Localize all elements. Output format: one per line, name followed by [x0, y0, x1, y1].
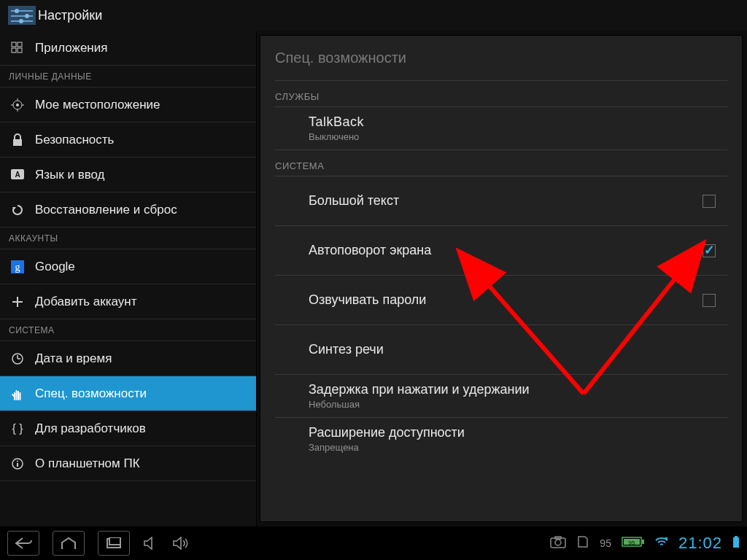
svg-text:A: A: [15, 171, 20, 179]
plus-icon: [7, 296, 28, 308]
svg-point-2: [15, 9, 19, 13]
nav-back-button[interactable]: [7, 531, 39, 556]
svg-rect-17: [13, 139, 22, 146]
sidebar-item-label: Приложения: [35, 41, 107, 55]
apps-icon: [7, 42, 28, 55]
sidebar-header-personal: ЛИЧНЫЕ ДАННЫЕ: [0, 66, 256, 88]
backup-icon: [7, 203, 28, 217]
row-talkback[interactable]: TalkBack Выключено: [275, 107, 727, 150]
svg-rect-44: [733, 537, 739, 548]
nav-recent-button[interactable]: [98, 531, 130, 556]
braces-icon: { }: [7, 422, 28, 435]
header-bar: Настройки: [0, 0, 747, 31]
svg-point-36: [555, 540, 561, 545]
section-system: СИСТЕМА: [275, 150, 727, 176]
svg-rect-45: [735, 536, 738, 537]
lock-icon: [7, 133, 28, 147]
wifi-icon: [655, 536, 668, 551]
settings-app-icon: [6, 5, 38, 26]
battery-small-icon: [732, 535, 740, 551]
sidebar-item-language[interactable]: A Язык и ввод: [0, 158, 256, 192]
sidebar-item-label: Восстановление и сброс: [35, 203, 177, 217]
svg-rect-32: [109, 537, 120, 545]
checkbox-autorotate[interactable]: [703, 244, 716, 257]
section-services: СЛУЖБЫ: [275, 81, 727, 107]
sidebar-item-security[interactable]: Безопасность: [0, 122, 256, 158]
sidebar-header-accounts: АККАУНТЫ: [0, 228, 256, 249]
header-title: Настройки: [38, 8, 102, 23]
info-icon: [7, 457, 28, 470]
language-icon: A: [7, 169, 28, 181]
sidebar-item-label: Google: [35, 260, 75, 274]
checkbox-large-text[interactable]: [703, 195, 716, 208]
sidebar-item-label: Мое местоположение: [35, 98, 160, 112]
svg-marker-33: [144, 537, 152, 549]
row-title: Расширение доступности: [309, 425, 727, 440]
row-touch-delay[interactable]: Задержка при нажатии и удержании Небольш…: [275, 375, 727, 418]
svg-rect-10: [18, 48, 22, 52]
screenshot-icon[interactable]: [550, 535, 566, 551]
sidebar-item-location[interactable]: Мое местоположение: [0, 88, 256, 122]
row-title: Синтез речи: [309, 342, 727, 357]
sidebar-item-about[interactable]: О планшетном ПК: [0, 446, 256, 481]
svg-point-12: [16, 104, 19, 106]
svg-point-29: [17, 460, 18, 462]
nav-volume-up[interactable]: [172, 531, 191, 556]
sidebar-item-label: Безопасность: [35, 133, 114, 147]
row-subtitle: Небольшая: [309, 399, 727, 410]
sdcard-icon: [576, 535, 589, 551]
row-title: Задержка при нажатии и удержании: [309, 382, 727, 397]
sidebar-item-datetime[interactable]: Дата и время: [0, 341, 256, 376]
row-title: Озвучивать пароли: [309, 292, 703, 308]
checkbox-speak-passwords[interactable]: [703, 294, 716, 307]
clock-icon: [7, 352, 28, 365]
row-large-text[interactable]: Большой текст: [275, 176, 727, 226]
svg-rect-7: [12, 42, 16, 47]
svg-point-6: [19, 19, 23, 23]
svg-text:95: 95: [628, 540, 635, 546]
row-title: TalkBack: [309, 114, 727, 130]
svg-point-4: [25, 14, 29, 18]
sidebar-item-label: О планшетном ПК: [35, 456, 140, 471]
sidebar-item-developer[interactable]: { } Для разработчиков: [0, 411, 256, 446]
row-a11y-ext[interactable]: Расширение доступности Запрещена: [275, 418, 727, 460]
hand-icon: [7, 387, 28, 400]
row-autorotate[interactable]: Автоповорот экрана: [275, 226, 727, 276]
battery-percent: 95: [600, 537, 611, 549]
battery-icon: 95: [622, 536, 645, 551]
sidebar-item-add-account[interactable]: Добавить аккаунт: [0, 284, 256, 319]
nav-volume-down[interactable]: [143, 531, 159, 556]
row-subtitle: Выключено: [309, 131, 727, 142]
detail-pane: Спец. возможности СЛУЖБЫ TalkBack Выключ…: [260, 35, 743, 522]
detail-title: Спец. возможности: [275, 36, 727, 81]
row-subtitle: Запрещена: [309, 442, 727, 453]
sidebar-item-label: Дата и время: [35, 351, 112, 366]
sidebar-item-backup[interactable]: Восстановление и сброс: [0, 192, 256, 228]
system-navbar: 95 95 21:02: [0, 526, 747, 560]
row-speak-passwords[interactable]: Озвучивать пароли: [275, 276, 727, 325]
svg-rect-9: [12, 48, 16, 52]
row-tts[interactable]: Синтез речи: [275, 325, 727, 375]
sidebar-item-label: Спец. возможности: [35, 386, 147, 401]
sidebar-item-label: Добавить аккаунт: [35, 295, 137, 309]
svg-rect-8: [18, 42, 22, 47]
sidebar-item-label: Для разработчиков: [35, 421, 146, 436]
sidebar-item-apps[interactable]: Приложения: [0, 31, 256, 66]
row-title: Автоповорот экрана: [309, 243, 703, 258]
nav-home-button[interactable]: [53, 531, 85, 556]
svg-rect-40: [642, 540, 644, 544]
svg-text:g: g: [15, 262, 20, 273]
sidebar-item-label: Язык и ввод: [35, 168, 105, 182]
row-title: Большой текст: [309, 193, 703, 209]
sidebar-header-system: СИСТЕМА: [0, 319, 256, 341]
settings-sidebar: Приложения ЛИЧНЫЕ ДАННЫЕ Мое местоположе…: [0, 31, 257, 526]
sidebar-item-accessibility[interactable]: Спец. возможности: [0, 376, 256, 411]
clock[interactable]: 21:02: [678, 534, 722, 553]
google-icon: g: [7, 260, 28, 273]
svg-marker-34: [174, 537, 181, 549]
location-icon: [7, 98, 28, 112]
sidebar-item-google[interactable]: g Google: [0, 249, 256, 284]
